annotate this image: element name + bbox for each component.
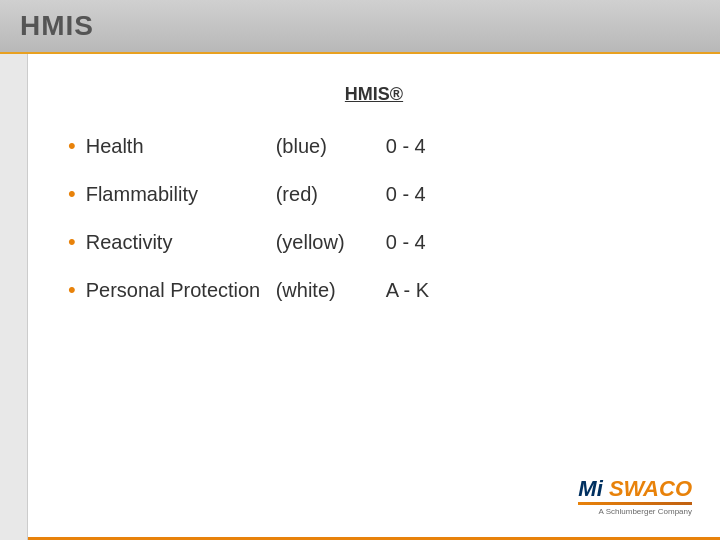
sidebar-left bbox=[0, 54, 28, 540]
content-area: HMIS® • Health (blue) 0 - 4 • Flammabili… bbox=[28, 54, 720, 540]
logo-area: Mi SWACO A Schlumberger Company bbox=[568, 472, 702, 522]
bullet-icon: • bbox=[68, 229, 76, 255]
main-content: HMIS® • Health (blue) 0 - 4 • Flammabili… bbox=[0, 54, 720, 540]
logo-text: Mi SWACO bbox=[578, 478, 692, 500]
item-range-flammability: 0 - 4 bbox=[386, 183, 426, 206]
item-range-health: 0 - 4 bbox=[386, 135, 426, 158]
list-item: • Flammability (red) 0 - 4 bbox=[68, 181, 680, 207]
item-range-protection: A - K bbox=[386, 279, 429, 302]
logo-mi: Mi bbox=[578, 476, 609, 501]
item-color-protection: (white) bbox=[276, 279, 386, 302]
item-label-health: Health bbox=[86, 135, 276, 158]
item-label-protection: Personal Protection bbox=[86, 279, 276, 302]
section-title: HMIS® bbox=[68, 84, 680, 105]
list-item: • Health (blue) 0 - 4 bbox=[68, 133, 680, 159]
item-color-flammability: (red) bbox=[276, 183, 386, 206]
bullet-icon: • bbox=[68, 277, 76, 303]
item-label-flammability: Flammability bbox=[86, 183, 276, 206]
list-item: • Reactivity (yellow) 0 - 4 bbox=[68, 229, 680, 255]
bullet-icon: • bbox=[68, 133, 76, 159]
header: HMIS bbox=[0, 0, 720, 54]
item-label-reactivity: Reactivity bbox=[86, 231, 276, 254]
logo-line bbox=[578, 502, 692, 505]
item-color-health: (blue) bbox=[276, 135, 386, 158]
logo-subtitle: A Schlumberger Company bbox=[578, 507, 692, 516]
item-range-reactivity: 0 - 4 bbox=[386, 231, 426, 254]
logo-box: Mi SWACO A Schlumberger Company bbox=[568, 472, 702, 522]
bullet-icon: • bbox=[68, 181, 76, 207]
list-item: • Personal Protection (white) A - K bbox=[68, 277, 680, 303]
page-title: HMIS bbox=[20, 10, 94, 42]
logo-swaco: SWACO bbox=[609, 476, 692, 501]
item-color-reactivity: (yellow) bbox=[276, 231, 386, 254]
